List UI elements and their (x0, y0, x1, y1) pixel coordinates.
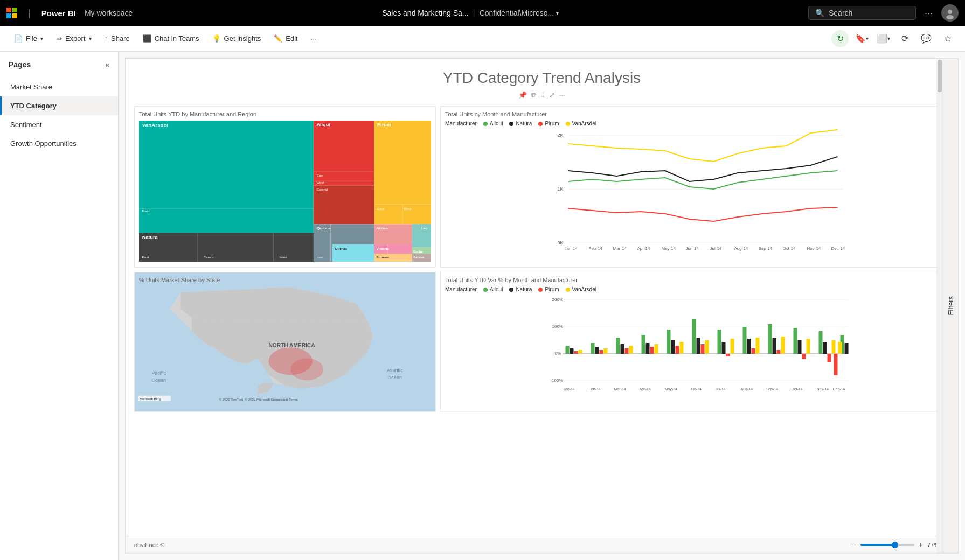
svg-rect-109 (642, 335, 645, 354)
svg-text:0K: 0K (558, 240, 564, 246)
share-button[interactable]: ↑ Share (99, 31, 135, 46)
copy-icon[interactable]: ⧉ (531, 91, 536, 100)
svg-rect-133 (794, 328, 797, 354)
svg-rect-138 (823, 342, 827, 354)
svg-rect-121 (718, 330, 721, 354)
chat-in-teams-button[interactable]: ⬛ Chat in Teams (137, 31, 205, 46)
linechart-svg[interactable]: 2K 1K 0K (445, 129, 945, 253)
svg-rect-129 (768, 324, 772, 354)
svg-rect-112 (655, 344, 658, 354)
svg-rect-100 (579, 350, 582, 354)
svg-rect-3 (12, 13, 17, 18)
expand-icon[interactable]: ⤢ (549, 91, 555, 100)
barchart-title: Total Units YTD Var % by Month and Manuf… (445, 277, 945, 283)
svg-text:-100%: -100% (551, 378, 563, 383)
bookmark-icon: 🔖 (855, 33, 866, 44)
export-caret-icon: ▾ (89, 36, 92, 41)
content-area: YTD Category Trend Analysis 📌 ⧉ ≡ ⤢ ··· … (119, 52, 965, 560)
svg-text:Jul-14: Jul-14 (716, 387, 726, 391)
svg-text:May-14: May-14 (665, 387, 677, 391)
pin-icon[interactable]: 📌 (518, 91, 527, 100)
microsoft-logo[interactable] (6, 8, 17, 18)
svg-rect-116 (680, 342, 684, 354)
scrollbar-thumb[interactable] (938, 60, 942, 92)
svg-rect-128 (756, 338, 760, 354)
toolbar-right-actions: ↻ 🔖 ▾ ⬜ ▾ ⟳ 💬 ☆ (831, 30, 956, 47)
svg-text:2K: 2K (558, 132, 564, 138)
filters-label[interactable]: Filters (947, 296, 955, 315)
svg-rect-143 (834, 354, 838, 375)
file-icon: 📄 (14, 34, 23, 43)
svg-text:Sep-14: Sep-14 (759, 246, 773, 251)
format-icon[interactable]: ≡ (540, 91, 545, 100)
svg-rect-125 (743, 327, 747, 354)
svg-text:Jun-14: Jun-14 (690, 387, 702, 391)
filters-panel[interactable]: Filters (943, 59, 958, 553)
svg-rect-122 (722, 342, 726, 354)
svg-rect-135 (802, 354, 806, 359)
svg-text:Pomum: Pomum (377, 256, 389, 258)
svg-rect-103 (600, 350, 603, 354)
pirum-dot (538, 122, 543, 126)
toolbar-more-button[interactable]: ··· (306, 31, 322, 46)
report-canvas: YTD Category Trend Analysis 📌 ⧉ ≡ ⤢ ··· … (125, 58, 959, 554)
teams-icon: ⬛ (143, 34, 151, 43)
aliqui-dot (483, 122, 488, 126)
treemap-visual[interactable]: VanArsdel East Central West Natura East … (139, 121, 431, 262)
zoom-in-button[interactable]: + (919, 541, 923, 549)
svg-text:Oct-14: Oct-14 (792, 387, 803, 391)
svg-rect-132 (781, 337, 785, 354)
edit-button[interactable]: ✏️ Edit (268, 31, 303, 46)
barchart-svg[interactable]: 200% 100% 0% -100% (445, 295, 945, 402)
treemap-title: Total Units YTD by Manufacturer and Regi… (139, 111, 431, 117)
favorite-button[interactable]: ☆ (939, 30, 956, 47)
svg-rect-117 (692, 319, 696, 354)
map-svg: NORTH AMERICA Pacific Ocean Atlantic Oce… (137, 275, 433, 409)
reload-button[interactable]: ⟳ (896, 30, 913, 47)
zoom-slider[interactable] (860, 544, 914, 546)
sidebar-item-sentiment[interactable]: Sentiment (0, 115, 118, 134)
svg-text:Central: Central (204, 256, 214, 258)
svg-rect-144 (838, 342, 842, 354)
more-options-icon[interactable]: ··· (925, 8, 933, 19)
search-box[interactable]: 🔍 Search (808, 6, 916, 20)
sidebar-item-growth-opportunities[interactable]: Growth Opportunities (0, 134, 118, 153)
charts-grid: Total Units YTD by Manufacturer and Regi… (126, 106, 958, 547)
svg-text:Aug-14: Aug-14 (741, 387, 753, 391)
barchart-legend-vanarsdel: VanArsdel (566, 286, 596, 292)
sidebar-item-market-share[interactable]: Market Share (0, 78, 118, 96)
pages-title: Pages (9, 60, 31, 69)
svg-text:Apr-14: Apr-14 (640, 387, 651, 391)
file-button[interactable]: 📄 File ▾ (9, 31, 48, 46)
svg-rect-106 (621, 344, 624, 354)
map-chart[interactable]: % Units Market Share by State (134, 272, 436, 412)
svg-rect-2 (6, 13, 11, 18)
collapse-sidebar-button[interactable]: « (105, 60, 109, 69)
chevron-down-icon[interactable]: ▾ (556, 10, 559, 16)
bookmark-button[interactable]: 🔖 ▾ (853, 30, 870, 47)
nav-title-area: Sales and Marketing Sa... | Confidential… (141, 8, 800, 18)
svg-rect-114 (671, 340, 675, 354)
comment-button[interactable]: 💬 (918, 30, 935, 47)
svg-text:Feb-14: Feb-14 (589, 246, 603, 251)
zoom-out-button[interactable]: − (852, 541, 856, 549)
sidebar-item-ytd-category[interactable]: YTD Category (0, 96, 118, 115)
svg-text:Jul-14: Jul-14 (710, 246, 722, 251)
svg-rect-101 (591, 343, 595, 354)
scrollbar-right[interactable] (936, 59, 943, 553)
refresh-button[interactable]: ↻ (831, 30, 849, 47)
svg-rect-108 (629, 346, 633, 354)
insights-icon: 💡 (212, 34, 221, 43)
workspace-label[interactable]: My workspace (85, 9, 133, 17)
svg-rect-123 (726, 354, 730, 356)
svg-text:Mar-14: Mar-14 (613, 246, 627, 251)
view-button[interactable]: ⬜ ▾ (874, 30, 892, 47)
copyright-label: obviEnce © (134, 542, 164, 548)
avatar[interactable] (941, 4, 959, 22)
ellipsis-icon[interactable]: ··· (559, 91, 565, 100)
power-bi-brand: Power BI (41, 9, 76, 18)
get-insights-button[interactable]: 💡 Get insights (207, 31, 267, 46)
export-button[interactable]: ⇒ Export ▾ (51, 31, 97, 46)
zoom-thumb[interactable] (892, 542, 898, 548)
sidebar-header: Pages « (0, 56, 118, 78)
